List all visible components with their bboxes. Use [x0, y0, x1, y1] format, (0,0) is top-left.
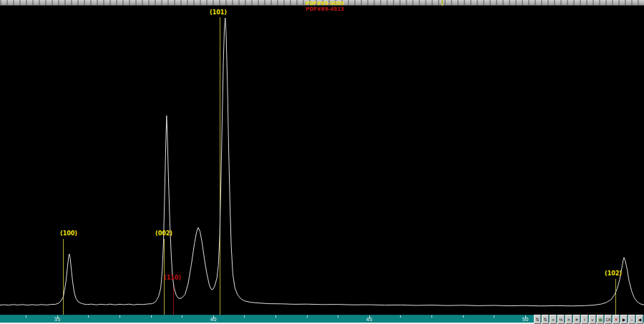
xrd-analysis-window: (100)(002)(101)(102)(110) PDF#89-5009PDF… [0, 0, 644, 324]
peak-label-101: (101) [210, 9, 227, 16]
color-grid-button[interactable]: ▦ [597, 315, 604, 324]
stick-line-102 [615, 279, 616, 315]
axis-tick-label-50: 50 [522, 317, 529, 323]
h-button[interactable]: h [565, 315, 572, 324]
percent-button[interactable]: % [557, 315, 565, 324]
v-button[interactable]: v [589, 315, 596, 324]
hash-button[interactable]: # [573, 315, 580, 324]
pdf-legend: PDF#89-5009PDF#89-4913 [306, 1, 344, 12]
axis-minor-tick [275, 315, 276, 318]
stick-line-100 [63, 239, 64, 315]
legend-phase-2: PDF#89-4913 [306, 6, 344, 12]
peak-label-002: (002) [155, 230, 172, 237]
axis-minor-tick [244, 315, 245, 318]
ck-button[interactable]: CK [605, 315, 612, 324]
axis-minor-tick [431, 315, 432, 318]
axis-minor-tick [400, 315, 401, 318]
minus-button[interactable]: − [628, 315, 635, 324]
legend-phase-1: PDF#89-5009 [306, 1, 344, 6]
skip-back-button[interactable]: ◀ [636, 315, 643, 324]
axis-minor-tick [494, 315, 494, 318]
stack-updown-2-button[interactable]: ⇅ [542, 315, 549, 324]
skip-forward-button[interactable]: ▶ [620, 315, 628, 324]
stack-updown-1-button[interactable]: ⇅ [534, 315, 541, 324]
axis-minor-tick [307, 315, 308, 318]
diffraction-plot-area[interactable] [0, 6, 644, 315]
peak-label-110: (110) [164, 275, 181, 281]
stick-line-101 [220, 17, 220, 315]
peak-label-102: (102) [605, 270, 622, 277]
display-toolbar: ⇅⇅n%h#Iv▦CK✕▶−◀ [534, 315, 643, 323]
axis-minor-tick [182, 315, 182, 318]
axis-tick-label-40: 40 [210, 317, 217, 323]
axis-minor-tick [88, 315, 89, 318]
n-button[interactable]: n [550, 315, 557, 324]
axis-minor-tick [151, 315, 152, 318]
axis-minor-tick [26, 315, 26, 318]
axis-minor-tick [463, 315, 464, 318]
top-marker-tick [441, 0, 443, 6]
stick-line-110 [173, 283, 174, 315]
i-button[interactable]: I [581, 315, 588, 324]
peak-label-100: (100) [60, 230, 77, 237]
axis-minor-tick [119, 315, 120, 318]
axis-tick-label-35: 35 [54, 317, 61, 323]
axis-minor-tick [338, 315, 338, 318]
axis-tick-label-45: 45 [366, 317, 373, 323]
close-x-button[interactable]: ✕ [613, 315, 620, 324]
